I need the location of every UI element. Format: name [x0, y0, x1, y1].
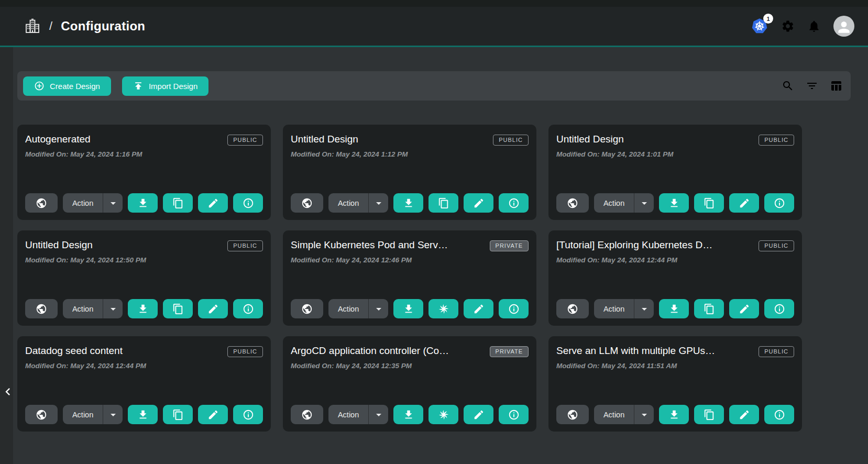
- download-button[interactable]: [128, 193, 158, 213]
- table-view-icon[interactable]: [830, 80, 842, 92]
- edit-button[interactable]: [464, 405, 493, 424]
- breadcrumb: / Configuration: [24, 18, 145, 35]
- action-dropdown-toggle[interactable]: [634, 193, 654, 213]
- clone-button[interactable]: [694, 193, 724, 213]
- action-dropdown-toggle[interactable]: [369, 405, 388, 424]
- download-icon: [137, 303, 149, 315]
- info-button[interactable]: [233, 299, 263, 318]
- edit-button[interactable]: [729, 299, 759, 318]
- modified-timestamp: Modified On: May 24, 2024 12:44 PM: [25, 362, 263, 370]
- download-button[interactable]: [393, 299, 423, 318]
- visibility-globe-button[interactable]: [556, 405, 589, 424]
- create-design-button[interactable]: Create Design: [23, 76, 111, 96]
- download-button[interactable]: [393, 405, 423, 424]
- edit-button[interactable]: [198, 405, 228, 424]
- globe-icon: [301, 303, 313, 315]
- visibility-badge: PUBLIC: [759, 240, 794, 251]
- info-button[interactable]: [764, 405, 794, 424]
- design-title: Autogenerated: [25, 134, 95, 145]
- action-dropdown-toggle[interactable]: [103, 405, 123, 424]
- action-button-label[interactable]: Action: [328, 193, 369, 213]
- visibility-globe-button[interactable]: [556, 299, 589, 318]
- visibility-globe-button[interactable]: [556, 193, 589, 213]
- download-button[interactable]: [659, 405, 689, 424]
- avatar[interactable]: [833, 16, 854, 37]
- building-icon[interactable]: [24, 18, 41, 35]
- download-button[interactable]: [659, 299, 689, 318]
- action-dropdown-toggle[interactable]: [103, 299, 123, 318]
- import-design-button[interactable]: Import Design: [122, 76, 208, 96]
- action-split-button[interactable]: Action: [594, 299, 654, 318]
- download-button[interactable]: [128, 299, 158, 318]
- action-split-button[interactable]: Action: [63, 299, 123, 318]
- clone-button[interactable]: [694, 299, 724, 318]
- action-split-button[interactable]: Action: [328, 405, 388, 424]
- edit-button[interactable]: [464, 299, 493, 318]
- visibility-globe-button[interactable]: [25, 405, 58, 424]
- info-button[interactable]: [233, 405, 263, 424]
- action-button-label[interactable]: Action: [63, 299, 103, 318]
- clone-button[interactable]: [428, 193, 458, 213]
- edit-button[interactable]: [198, 193, 228, 213]
- action-split-button[interactable]: Action: [63, 405, 123, 424]
- create-design-label: Create Design: [50, 82, 100, 91]
- action-dropdown-toggle[interactable]: [103, 193, 123, 213]
- action-button-label[interactable]: Action: [594, 405, 634, 424]
- gear-icon[interactable]: [781, 19, 795, 33]
- action-button-label[interactable]: Action: [594, 299, 634, 318]
- action-dropdown-toggle[interactable]: [369, 299, 388, 318]
- action-button-label[interactable]: Action: [63, 193, 103, 213]
- download-button[interactable]: [128, 405, 158, 424]
- clone-button[interactable]: [694, 405, 724, 424]
- action-split-button[interactable]: Action: [594, 405, 654, 424]
- visibility-badge: PUBLIC: [759, 135, 794, 146]
- visibility-badge: PUBLIC: [493, 135, 529, 146]
- search-icon[interactable]: [782, 80, 794, 92]
- download-button[interactable]: [393, 193, 423, 213]
- design-title: Datadog seed content: [25, 345, 127, 357]
- visibility-globe-button[interactable]: [25, 299, 58, 318]
- action-button-label[interactable]: Action: [328, 299, 369, 318]
- pencil-icon: [473, 409, 485, 421]
- visibility-globe-button[interactable]: [291, 193, 323, 213]
- info-button[interactable]: [764, 299, 794, 318]
- chevron-down-icon: [638, 408, 651, 421]
- action-button-label[interactable]: Action: [63, 405, 103, 424]
- clone-button[interactable]: [163, 299, 193, 318]
- action-button-label[interactable]: Action: [328, 405, 369, 424]
- copy-icon: [172, 197, 184, 209]
- visibility-globe-button[interactable]: [291, 299, 323, 318]
- action-button-label[interactable]: Action: [594, 193, 634, 213]
- clone-button[interactable]: [428, 299, 458, 318]
- sidebar-collapse-button[interactable]: [0, 383, 16, 400]
- info-button[interactable]: [499, 193, 529, 213]
- action-split-button[interactable]: Action: [594, 193, 654, 213]
- download-button[interactable]: [659, 193, 689, 213]
- page-title: Configuration: [61, 19, 145, 34]
- visibility-globe-button[interactable]: [291, 405, 323, 424]
- action-split-button[interactable]: Action: [328, 299, 388, 318]
- edit-button[interactable]: [729, 193, 759, 213]
- context-count-badge: 1: [763, 14, 773, 24]
- edit-button[interactable]: [464, 193, 493, 213]
- action-dropdown-toggle[interactable]: [634, 405, 654, 424]
- info-button[interactable]: [499, 299, 529, 318]
- clone-button[interactable]: [163, 405, 193, 424]
- pencil-icon: [207, 197, 219, 209]
- action-dropdown-toggle[interactable]: [634, 299, 654, 318]
- kubernetes-context-button[interactable]: 1: [751, 18, 768, 35]
- clone-button[interactable]: [428, 405, 458, 424]
- filter-icon[interactable]: [806, 80, 818, 92]
- info-button[interactable]: [233, 193, 263, 213]
- bell-icon[interactable]: [807, 19, 821, 33]
- action-split-button[interactable]: Action: [328, 193, 388, 213]
- info-button[interactable]: [764, 193, 794, 213]
- card-action-bar: Action: [556, 405, 794, 424]
- edit-button[interactable]: [198, 299, 228, 318]
- clone-button[interactable]: [163, 193, 193, 213]
- info-button[interactable]: [499, 405, 529, 424]
- edit-button[interactable]: [729, 405, 759, 424]
- action-split-button[interactable]: Action: [63, 193, 123, 213]
- action-dropdown-toggle[interactable]: [369, 193, 388, 213]
- visibility-globe-button[interactable]: [25, 193, 58, 213]
